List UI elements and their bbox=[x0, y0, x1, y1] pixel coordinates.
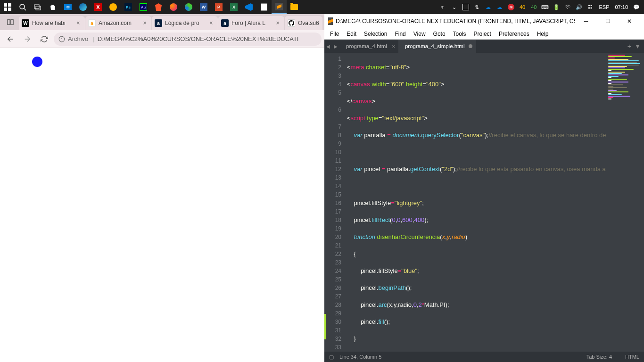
tab-actions-icon[interactable] bbox=[2, 14, 19, 30]
tray-people-icon[interactable]: ᯤ bbox=[438, 2, 448, 12]
tray-cloud-icon[interactable]: ☁ bbox=[484, 2, 493, 12]
menu-help[interactable]: Help bbox=[533, 30, 553, 38]
url-protocol: Archivo bbox=[58, 35, 88, 42]
taskbar-app-vscode[interactable] bbox=[241, 0, 256, 14]
svg-point-4 bbox=[20, 4, 25, 9]
svg-line-5 bbox=[24, 8, 26, 10]
tab-label: How are habi bbox=[32, 20, 74, 26]
tray-language[interactable]: ESP bbox=[597, 4, 611, 10]
svg-rect-2 bbox=[4, 8, 7, 11]
taskbar-app-x[interactable]: X bbox=[91, 0, 106, 14]
menu-tools[interactable]: Tools bbox=[449, 30, 470, 38]
tray-mega-icon[interactable]: M bbox=[506, 2, 516, 12]
browser-tab[interactable]: aLógica de pro× bbox=[152, 16, 218, 30]
tab-label: Amazon.com bbox=[99, 20, 141, 26]
close-icon[interactable]: × bbox=[74, 19, 82, 27]
taskbar-app-brave[interactable] bbox=[151, 0, 166, 14]
tab-label: Foro | Alura L bbox=[231, 20, 274, 26]
tray-notifications-icon[interactable]: 💬 bbox=[632, 2, 641, 12]
close-icon[interactable]: × bbox=[392, 43, 396, 50]
sublime-window: D:\MEG4\ CURSOS\ONE-ORACLE NEXT EDUCATIO… bbox=[324, 14, 644, 362]
editor-area[interactable]: 1234567891011121314151617181920212223242… bbox=[324, 53, 644, 352]
tray-battery-icon[interactable]: 🔋 bbox=[552, 2, 561, 12]
taskbar-app-notepad[interactable] bbox=[256, 0, 272, 14]
canvas-circle bbox=[32, 57, 42, 67]
tab-next-icon[interactable]: ▶ bbox=[332, 40, 339, 53]
taskbar-app-excel[interactable]: X bbox=[226, 0, 241, 14]
tray-clock[interactable]: 07:10 bbox=[613, 4, 630, 10]
close-button[interactable]: ✕ bbox=[619, 14, 640, 28]
taskbar-app-edge[interactable] bbox=[75, 0, 91, 14]
tray-app-icon[interactable] bbox=[461, 2, 471, 12]
close-icon[interactable]: × bbox=[274, 19, 281, 27]
taskbar-app-store[interactable] bbox=[45, 0, 60, 14]
taskbar-app-word[interactable]: W bbox=[196, 0, 211, 14]
taskbar-app-sublime[interactable] bbox=[272, 0, 287, 14]
status-syntax[interactable]: HTML bbox=[625, 354, 639, 360]
search-icon[interactable] bbox=[15, 0, 30, 14]
taskbar-app-powerpoint[interactable]: P bbox=[211, 0, 226, 14]
minimap[interactable] bbox=[606, 53, 644, 352]
code-content[interactable]: <meta charset="utf-8"> <canvas width="60… bbox=[347, 53, 606, 352]
menu-find[interactable]: Find bbox=[391, 30, 409, 38]
taskbar-app-photoshop[interactable]: Ps bbox=[121, 0, 136, 14]
menu-preferences[interactable]: Preferences bbox=[495, 30, 533, 38]
tray-ime-icon[interactable]: ☷ bbox=[586, 2, 595, 12]
minimize-button[interactable]: ─ bbox=[575, 14, 597, 28]
status-panel-icon[interactable]: ▢ bbox=[329, 354, 334, 360]
menu-edit[interactable]: Edit bbox=[343, 30, 360, 38]
modified-gutter-marker bbox=[324, 314, 326, 339]
taskbar-app-audition[interactable]: Au bbox=[136, 0, 151, 14]
reload-button[interactable] bbox=[37, 32, 52, 47]
taskbar-app-mail[interactable]: ✉ bbox=[60, 0, 75, 14]
browser-window: WHow are habi× aAmazon.com× aLógica de p… bbox=[0, 14, 324, 362]
browser-toolbar: Archivo | D:/MEG4/%C2%A0%20CURSOS/ONE-OR… bbox=[0, 30, 324, 48]
sublime-statusbar: ▢ Line 34, Column 5 Tab Size: 4 HTML bbox=[324, 352, 644, 362]
url-path: D:/MEG4/%C2%A0%20CURSOS/ONE-ORACLE%20NEX… bbox=[98, 35, 299, 42]
forward-button[interactable] bbox=[20, 32, 35, 47]
start-button[interactable] bbox=[0, 0, 15, 14]
sublime-app-icon bbox=[328, 17, 333, 25]
browser-tab[interactable]: Ovatsu6 bbox=[285, 16, 322, 30]
svg-rect-6 bbox=[34, 5, 39, 8]
browser-tab[interactable]: aForo | Alura L× bbox=[218, 16, 284, 30]
tray-wifi-icon[interactable] bbox=[563, 2, 572, 12]
editor-tab[interactable]: programa_4_simple.html bbox=[398, 40, 476, 53]
taskbar-app-firefox[interactable] bbox=[166, 0, 181, 14]
task-view-icon[interactable] bbox=[30, 0, 45, 14]
tray-keyboard-icon[interactable]: ⌨ bbox=[540, 2, 550, 12]
close-icon[interactable]: × bbox=[141, 19, 149, 27]
status-position[interactable]: Line 34, Column 5 bbox=[339, 354, 381, 360]
taskbar-right: ᯤ ⌄ ⇅ ☁ ☁ M 40 40 ⌨ 🔋 🔊 ☷ ESP 07:10 💬 bbox=[438, 0, 644, 14]
menu-view[interactable]: View bbox=[410, 30, 429, 38]
svg-rect-3 bbox=[8, 8, 11, 11]
close-icon[interactable]: × bbox=[207, 19, 215, 27]
tray-volume-icon[interactable]: 🔊 bbox=[574, 2, 584, 12]
tray-badge-2: 40 bbox=[529, 4, 538, 10]
menu-file[interactable]: File bbox=[326, 30, 343, 38]
tab-prev-icon[interactable]: ◀ bbox=[324, 40, 332, 53]
maximize-button[interactable]: ☐ bbox=[597, 14, 619, 28]
status-tabsize[interactable]: Tab Size: 4 bbox=[586, 354, 612, 360]
sublime-titlebar[interactable]: D:\MEG4\ CURSOS\ONE-ORACLE NEXT EDUCATIO… bbox=[324, 14, 644, 28]
tab-label: programa_4.html bbox=[346, 43, 387, 49]
tray-chevron-icon[interactable]: ⌄ bbox=[450, 2, 459, 12]
tray-onedrive-icon[interactable]: ☁ bbox=[495, 2, 504, 12]
editor-tab[interactable]: programa_4.html× bbox=[339, 40, 398, 53]
browser-tab[interactable]: WHow are habi× bbox=[19, 16, 85, 30]
windows-taskbar: ✉ X Ps Au W P X ᯤ ⌄ ⇅ ☁ ☁ M 40 40 ⌨ 🔋 🔊 … bbox=[0, 0, 644, 14]
sublime-menubar: File Edit Selection Find View Goto Tools… bbox=[324, 28, 644, 40]
menu-selection[interactable]: Selection bbox=[360, 30, 391, 38]
tab-menu-button[interactable]: ▾ bbox=[634, 42, 641, 50]
new-tab-button[interactable]: + bbox=[626, 42, 633, 50]
taskbar-app-edge2[interactable] bbox=[181, 0, 196, 14]
address-bar[interactable]: Archivo | D:/MEG4/%C2%A0%20CURSOS/ONE-OR… bbox=[54, 33, 322, 46]
tab-label: Lógica de pro bbox=[165, 20, 207, 26]
taskbar-app-potplayer[interactable] bbox=[106, 0, 121, 14]
browser-tab[interactable]: aAmazon.com× bbox=[85, 16, 151, 30]
menu-goto[interactable]: Goto bbox=[429, 30, 449, 38]
taskbar-app-explorer[interactable] bbox=[287, 0, 302, 14]
tray-sync-icon[interactable]: ⇅ bbox=[472, 2, 482, 12]
menu-project[interactable]: Project bbox=[470, 30, 495, 38]
back-button[interactable] bbox=[3, 32, 18, 47]
